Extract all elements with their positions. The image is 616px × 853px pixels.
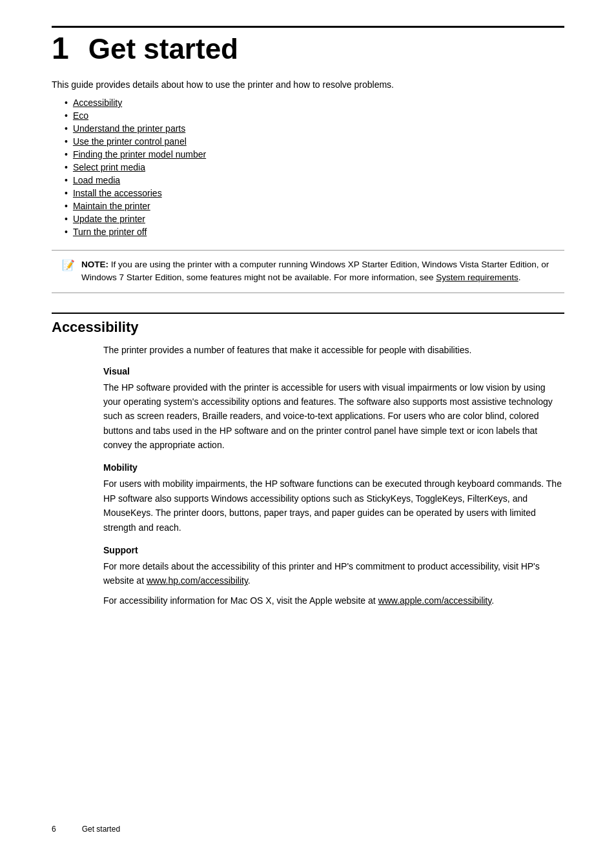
toc-link-accessibility[interactable]: Accessibility (73, 98, 122, 108)
support-text2-before: For accessibility information for Mac OS… (103, 595, 378, 606)
page: 1 Get started This guide provides detail… (0, 0, 616, 853)
chapter-header: 1 Get started (52, 33, 564, 64)
footer-chapter-label: Get started (82, 825, 120, 834)
toc-link-understand[interactable]: Understand the printer parts (73, 123, 185, 134)
note-text: NOTE: If you are using the printer with … (81, 258, 554, 285)
support-text2-period: . (491, 595, 494, 606)
toc-link-turn-off[interactable]: Turn the printer off (73, 227, 147, 237)
list-item: Finding the printer model number (52, 149, 564, 159)
support-subtitle: Support (103, 545, 564, 555)
toc-link-accessories[interactable]: Install the accessories (73, 188, 162, 198)
note-label: NOTE: (81, 260, 108, 269)
visual-subtitle: Visual (103, 366, 564, 376)
note-icon: 📝 (62, 259, 75, 271)
top-rule (52, 26, 564, 28)
support-text2: For accessibility information for Mac OS… (103, 593, 564, 608)
support-text1-period: . (248, 575, 251, 586)
list-item: Load media (52, 175, 564, 185)
toc-link-eco[interactable]: Eco (73, 110, 88, 121)
toc-link-model-number[interactable]: Finding the printer model number (73, 149, 206, 159)
hp-accessibility-link[interactable]: www.hp.com/accessibility (147, 575, 248, 586)
list-item: Maintain the printer (52, 201, 564, 211)
footer-page-number: 6 (52, 825, 56, 834)
chapter-number: 1 (52, 33, 69, 64)
toc-link-control-panel[interactable]: Use the printer control panel (73, 136, 187, 147)
page-footer: 6 Get started (52, 825, 564, 834)
toc-link-load-media[interactable]: Load media (73, 175, 120, 185)
toc-link-print-media[interactable]: Select print media (73, 162, 145, 172)
visual-text: The HP software provided with the printe… (103, 380, 564, 453)
list-item: Eco (52, 110, 564, 121)
support-text1: For more details about the accessibility… (103, 559, 564, 588)
toc-link-maintain[interactable]: Maintain the printer (73, 201, 150, 211)
accessibility-section: Accessibility The printer provides a num… (52, 313, 564, 608)
accessibility-title: Accessibility (52, 319, 564, 336)
apple-accessibility-link[interactable]: www.apple.com/accessibility (378, 595, 492, 606)
system-requirements-link[interactable]: System requirements (436, 272, 518, 282)
list-item: Install the accessories (52, 188, 564, 198)
mobility-text: For users with mobility impairments, the… (103, 477, 564, 535)
note-box: 📝 NOTE: If you are using the printer wit… (52, 250, 564, 293)
note-period: . (518, 272, 521, 282)
list-item: Use the printer control panel (52, 136, 564, 147)
section-rule (52, 313, 564, 314)
intro-text: This guide provides details about how to… (52, 79, 564, 90)
accessibility-intro: The printer provides a number of feature… (103, 344, 564, 357)
mobility-subtitle: Mobility (103, 462, 564, 473)
list-item: Understand the printer parts (52, 123, 564, 134)
list-item: Select print media (52, 162, 564, 172)
list-item: Accessibility (52, 98, 564, 108)
chapter-title: Get started (88, 35, 238, 63)
toc-list: Accessibility Eco Understand the printer… (52, 98, 564, 237)
toc-link-update[interactable]: Update the printer (73, 214, 145, 224)
list-item: Turn the printer off (52, 227, 564, 237)
list-item: Update the printer (52, 214, 564, 224)
